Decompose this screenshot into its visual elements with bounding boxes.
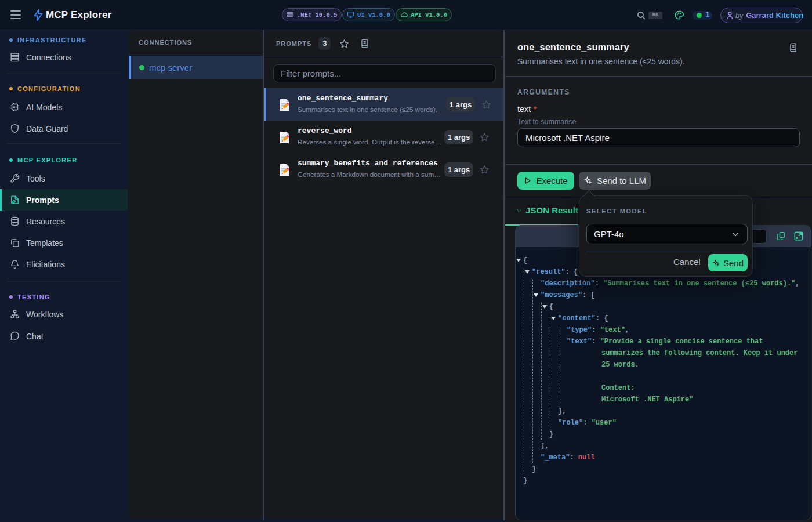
svg-text:AI: AI <box>13 105 17 109</box>
